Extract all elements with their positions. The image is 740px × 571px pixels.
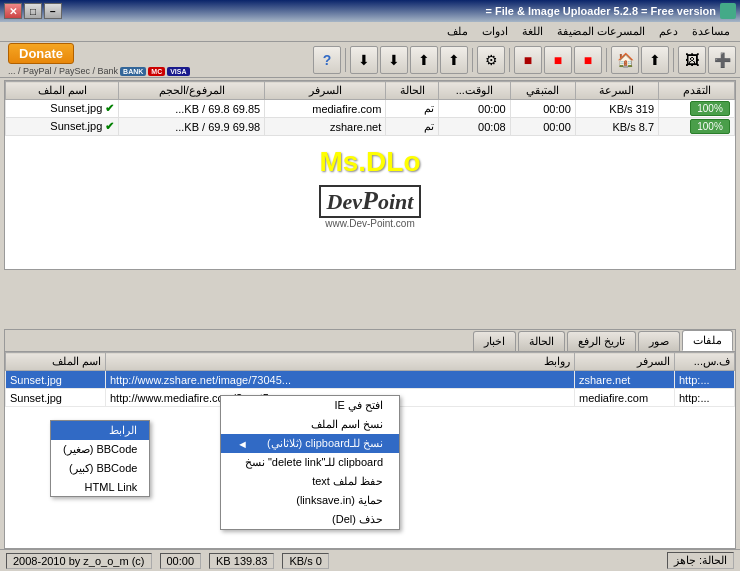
toolbar-separator-2 (606, 48, 607, 72)
devpoint-url: www.Dev-Point.com (15, 218, 725, 229)
time-1: 00:00 (439, 100, 511, 118)
download-all-button[interactable]: ⬇ (350, 46, 378, 74)
toolbar-separator-3 (509, 48, 510, 72)
toolbar-separator-1 (673, 48, 674, 72)
menu-accelerators[interactable]: المسرعات المضيفة (551, 23, 651, 40)
donate-button[interactable]: Donate (8, 43, 74, 64)
btlinks-1: http://www.zshare.net/image/73045... (106, 371, 575, 389)
status-left: الحالة: جاهز (667, 552, 734, 569)
add-images-button[interactable]: 🖼 (678, 46, 706, 74)
btcol-server: السرفر (575, 353, 675, 371)
tab-upload-history[interactable]: تاريخ الرفع (567, 331, 636, 351)
btfilename-1: Sunset.jpg (6, 371, 106, 389)
minimize-button[interactable]: − (44, 3, 62, 19)
status-2: تم (386, 118, 439, 136)
menu-help[interactable]: مساعدة (686, 23, 736, 40)
toolbar-separator-4 (472, 48, 473, 72)
maximize-button[interactable]: □ (24, 3, 42, 19)
tab-files[interactable]: ملفات (682, 330, 733, 351)
ctx-copy-clipboard[interactable]: نسخ للـclipboard (ثلاثاني) ◄ (221, 434, 399, 453)
delete-button[interactable]: ■ (574, 46, 602, 74)
server-2: zshare.net (265, 118, 386, 136)
ms-dlo-text: Ms.DLo (15, 146, 725, 178)
btcol-filename: اسم الملف (6, 353, 106, 371)
tab-images[interactable]: صور (638, 331, 680, 351)
size-1: 69.85 KB / 69.8... (119, 100, 265, 118)
status-speed: 0 KB/s (282, 553, 328, 569)
upload-row-2[interactable]: 100% 8.7 KB/s 00:00 00:08 تم zshare.net … (6, 118, 735, 136)
ctx-delete[interactable]: حذف (Del) (221, 510, 399, 529)
add-files-button[interactable]: ➕ (708, 46, 736, 74)
upload-row-1[interactable]: 100% 319 KB/s 00:00 00:00 تم mediafire.c… (6, 100, 735, 118)
ctx-protect[interactable]: حماية (linksave.in) (221, 491, 399, 510)
watermark-area: Ms.DLo DevPoint www.Dev-Point.com (5, 136, 735, 239)
toolbar: ➕ 🖼 ⬆ 🏠 ■ ■ ■ ⚙ ⬆ ⬆ ⬇ ⬇ ? Donate VISA MC… (0, 42, 740, 78)
menu-tools[interactable]: ادوات (476, 23, 514, 40)
payment-icons: VISA MC BANK PayPal / PaySec / Bank / ..… (8, 66, 190, 76)
sub-link[interactable]: الرابط (51, 421, 149, 440)
ctx-open-ie[interactable]: افتح في IE (221, 396, 399, 415)
close-button[interactable]: ✕ (4, 3, 22, 19)
col-progress: التقدم (659, 82, 735, 100)
status-copyright: (c) 2008-2010 by z_o_o_m (6, 553, 152, 569)
col-size: المرفوع/الحجم (119, 82, 265, 100)
app-icon (720, 3, 736, 19)
sub-bbcode-large[interactable]: BBCode (كبير) (51, 459, 149, 478)
btcol-links: روابط (106, 353, 575, 371)
btserver-1: zshare.net (575, 371, 675, 389)
remaining-1: 00:00 (510, 100, 575, 118)
move-up-button[interactable]: ⬆ (641, 46, 669, 74)
status-size: 139.83 KB (209, 553, 274, 569)
bottom-row-1[interactable]: http:... zshare.net http://www.zshare.ne… (6, 371, 735, 389)
upload-button[interactable]: ⬆ (440, 46, 468, 74)
download-button[interactable]: ⬇ (380, 46, 408, 74)
col-filename: اسم الملف (6, 82, 119, 100)
btfilename-2: Sunset.jpg (6, 389, 106, 407)
window-controls: − □ ✕ (4, 3, 62, 19)
btserver-2: mediafire.com (575, 389, 675, 407)
upload-all-button[interactable]: ⬆ (410, 46, 438, 74)
clear-button[interactable]: ■ (544, 46, 572, 74)
visa-icon: VISA (167, 67, 189, 76)
ctx-copy-name[interactable]: نسخ اسم الملف (221, 415, 399, 434)
status-1: تم (386, 100, 439, 118)
app-title: File & Image Uploader 5.2.8 = Free versi… (486, 5, 717, 17)
col-status: الحالة (386, 82, 439, 100)
progress-1: 100% (659, 100, 735, 118)
menu-file[interactable]: ملف (441, 23, 474, 40)
move-down-button[interactable]: 🏠 (611, 46, 639, 74)
ctx-submenu-arrow: ◄ (237, 438, 248, 450)
bank-icon: BANK (120, 67, 146, 76)
stop-button[interactable]: ■ (514, 46, 542, 74)
main-upload-table: التقدم السرعة المتبقي الوقت... الحالة ال… (4, 80, 736, 270)
col-speed: السرعة (575, 82, 658, 100)
status-bar: الحالة: جاهز 0 KB/s 139.83 KB 00:00 (c) … (0, 549, 740, 571)
ctx-copy-clipboard-label: نسخ للـclipboard (ثلاثاني) (267, 437, 383, 450)
tab-status[interactable]: الحالة (518, 331, 565, 351)
speed-2: 8.7 KB/s (575, 118, 658, 136)
status-text: الحالة: جاهز (667, 552, 734, 569)
size-2: 69.98 KB / 69.9... (119, 118, 265, 136)
tab-news[interactable]: اخبار (473, 331, 516, 351)
help-button[interactable]: ? (313, 46, 341, 74)
btcol-fs: ف.س... (675, 353, 735, 371)
col-server: السرفر (265, 82, 386, 100)
btfs-2: http:... (675, 389, 735, 407)
remaining-2: 00:00 (510, 118, 575, 136)
ctx-copy-delete[interactable]: clipboard للـ"delete link" نسخ (221, 453, 399, 472)
col-time: الوقت... (439, 82, 511, 100)
title-bar-left: File & Image Uploader 5.2.8 = Free versi… (486, 3, 737, 19)
server-1: mediafire.com (265, 100, 386, 118)
sub-html-link[interactable]: HTML Link (51, 478, 149, 496)
settings-button[interactable]: ⚙ (477, 46, 505, 74)
menu-support[interactable]: دعم (653, 23, 684, 40)
ctx-save-text[interactable]: حفظ لملف text (221, 472, 399, 491)
filename-2: ✔ Sunset.jpg (6, 118, 119, 136)
sub-bbcode-small[interactable]: BBCode (صغير) (51, 440, 149, 459)
sub-menu: الرابط BBCode (صغير) BBCode (كبير) HTML … (50, 420, 150, 497)
mastercard-icon: MC (148, 67, 165, 76)
status-right: 0 KB/s 139.83 KB 00:00 (c) 2008-2010 by … (6, 553, 329, 569)
donate-area: Donate VISA MC BANK PayPal / PaySec / Ba… (8, 43, 190, 76)
filename-1: ✔ Sunset.jpg (6, 100, 119, 118)
menu-language[interactable]: اللغة (516, 23, 549, 40)
